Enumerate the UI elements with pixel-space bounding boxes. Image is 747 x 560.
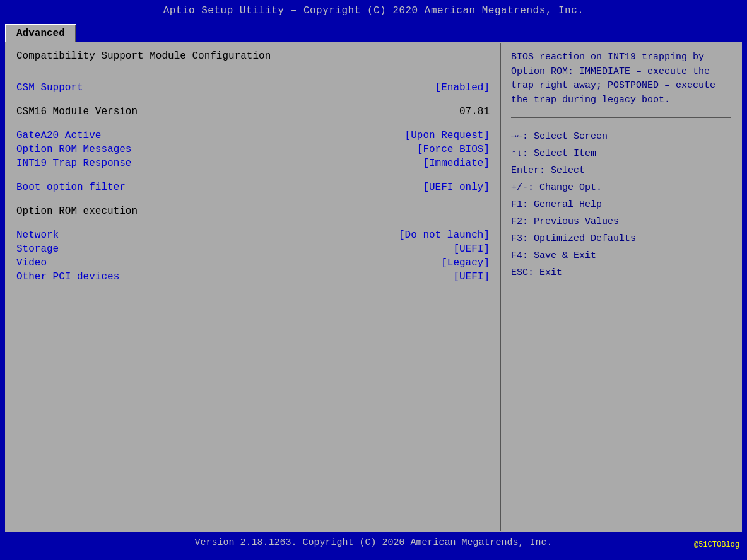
other-pci-row[interactable]: Other PCI devices [UEFI]: [16, 271, 490, 283]
nav-change-opt: +/-: Change Opt.: [511, 179, 731, 196]
footer-text: Version 2.18.1263. Copyright (C) 2020 Am…: [194, 537, 552, 548]
nav-f2-prev: F2: Previous Values: [511, 213, 731, 230]
boot-option-filter-label: Boot option filter: [16, 182, 126, 193]
storage-value: [UEFI]: [453, 243, 490, 255]
section-title: Compatibility Support Module Configurati…: [16, 50, 490, 62]
left-panel: Compatibility Support Module Configurati…: [6, 43, 501, 531]
option-rom-msg-value: [Force BIOS]: [417, 144, 490, 155]
title-bar: Aptio Setup Utility – Copyright (C) 2020…: [0, 0, 747, 21]
nav-select-screen: →←: Select Screen: [511, 128, 731, 145]
csm16-version-value: 07.81: [459, 106, 490, 117]
nav-f3-defaults: F3: Optimized Defaults: [511, 230, 731, 247]
right-panel: BIOS reaction on INT19 trapping by Optio…: [501, 43, 741, 531]
csm16-version-label: CSM16 Module Version: [16, 106, 138, 117]
nav-f4-save: F4: Save & Exit: [511, 247, 731, 264]
network-value: [Do not launch]: [399, 230, 490, 241]
other-pci-label: Other PCI devices: [16, 271, 119, 283]
csm-support-row[interactable]: CSM Support [Enabled]: [16, 82, 490, 93]
nav-enter-select: Enter: Select: [511, 162, 731, 179]
video-value: [Legacy]: [441, 257, 490, 269]
video-label: Video: [16, 257, 47, 269]
csm16-version-row: CSM16 Module Version 07.81: [16, 106, 490, 117]
other-pci-value: [UEFI]: [453, 271, 490, 283]
nav-help: →←: Select Screen ↑↓: Select Item Enter:…: [511, 128, 731, 281]
title-text: Aptio Setup Utility – Copyright (C) 2020…: [163, 5, 584, 16]
gatea20-value: [Upon Request]: [405, 130, 490, 141]
footer-bar: Version 2.18.1263. Copyright (C) 2020 Am…: [0, 532, 747, 553]
network-row[interactable]: Network [Do not launch]: [16, 230, 490, 241]
int19-trap-value: [Immediate]: [423, 158, 490, 169]
help-divider: [511, 117, 731, 118]
help-text: BIOS reaction on INT19 trapping by Optio…: [511, 50, 731, 107]
boot-option-filter-row[interactable]: Boot option filter [UEFI only]: [16, 182, 490, 193]
footer-watermark: @51CTOBlog: [694, 540, 739, 549]
nav-select-item: ↑↓: Select Item: [511, 145, 731, 162]
option-rom-exec-label: Option ROM execution: [16, 206, 138, 217]
storage-row[interactable]: Storage [UEFI]: [16, 243, 490, 255]
video-row[interactable]: Video [Legacy]: [16, 257, 490, 269]
advanced-tab[interactable]: Advanced: [5, 24, 76, 42]
tab-bar: Advanced: [0, 21, 747, 42]
option-rom-execution-title: Option ROM execution: [16, 206, 490, 217]
csm-support-label: CSM Support: [16, 82, 83, 93]
option-rom-msg-label: Option ROM Messages: [16, 144, 131, 155]
nav-esc-exit: ESC: Exit: [511, 264, 731, 281]
nav-f1-help: F1: General Help: [511, 196, 731, 213]
storage-label: Storage: [16, 243, 59, 255]
int19-trap-label: INT19 Trap Response: [16, 158, 131, 169]
option-rom-msg-row[interactable]: Option ROM Messages [Force BIOS]: [16, 144, 490, 155]
csm-support-value: [Enabled]: [435, 82, 490, 93]
network-label: Network: [16, 230, 59, 241]
int19-trap-row[interactable]: INT19 Trap Response [Immediate]: [16, 158, 490, 169]
gatea20-row[interactable]: GateA20 Active [Upon Request]: [16, 130, 490, 141]
boot-option-filter-value: [UEFI only]: [423, 182, 490, 193]
gatea20-label: GateA20 Active: [16, 130, 101, 141]
main-area: Compatibility Support Module Configurati…: [5, 42, 742, 532]
